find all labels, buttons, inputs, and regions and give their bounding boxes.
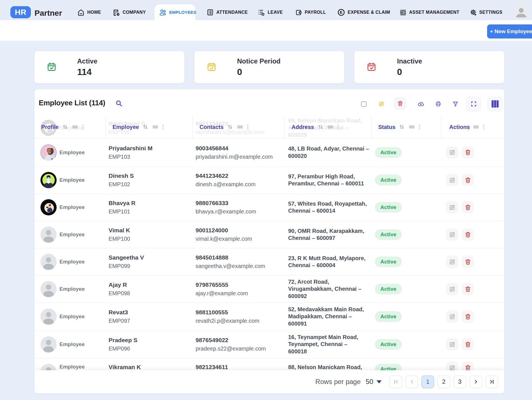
svg-text:E: E (340, 10, 343, 15)
